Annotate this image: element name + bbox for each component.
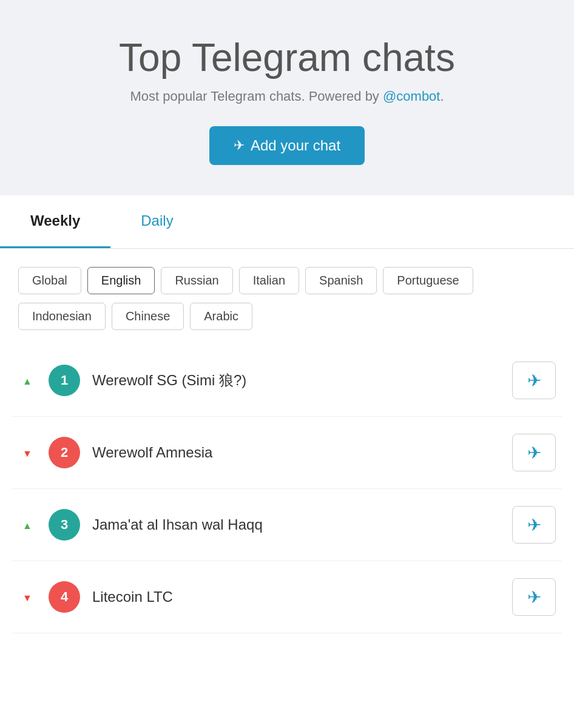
chat-item-4: 4 Litecoin LTC ✈ xyxy=(12,561,562,633)
telegram-plane-icon-4: ✈ xyxy=(527,587,541,607)
filter-chinese[interactable]: Chinese xyxy=(112,303,184,330)
subtitle-text-after: . xyxy=(440,89,444,104)
plane-icon: ✈ xyxy=(234,138,245,153)
rank-badge-1: 1 xyxy=(49,365,80,396)
filter-indonesian[interactable]: Indonesian xyxy=(18,303,106,330)
filter-portuguese[interactable]: Portuguese xyxy=(383,267,473,294)
chat-item-2: 2 Werewolf Amnesia ✈ xyxy=(12,417,562,489)
chat-name-1: Werewolf SG (Simi 狼?) xyxy=(92,371,500,390)
filters-section: Global English Russian Italian Spanish P… xyxy=(0,249,574,345)
chat-list: 1 Werewolf SG (Simi 狼?) ✈ 2 Werewolf Amn… xyxy=(0,345,574,633)
tab-daily[interactable]: Daily xyxy=(110,195,203,248)
combot-link[interactable]: @combot xyxy=(383,89,440,104)
rank-badge-3: 3 xyxy=(49,509,80,541)
tabs-section: Weekly Daily xyxy=(0,195,574,249)
trend-up-icon xyxy=(18,374,36,388)
filter-global[interactable]: Global xyxy=(18,267,81,294)
filter-russian[interactable]: Russian xyxy=(161,267,232,294)
telegram-link-2[interactable]: ✈ xyxy=(512,434,556,471)
filter-arabic[interactable]: Arabic xyxy=(190,303,252,330)
header-subtitle: Most popular Telegram chats. Powered by … xyxy=(24,89,550,104)
trend-down-icon xyxy=(18,446,36,460)
filter-row-1: Global English Russian Italian Spanish P… xyxy=(18,267,556,294)
chat-name-2: Werewolf Amnesia xyxy=(92,444,500,461)
filter-italian[interactable]: Italian xyxy=(239,267,299,294)
telegram-link-4[interactable]: ✈ xyxy=(512,578,556,616)
telegram-link-3[interactable]: ✈ xyxy=(512,506,556,544)
filter-english[interactable]: English xyxy=(87,267,155,294)
subtitle-text-before: Most popular Telegram chats. Powered by xyxy=(130,89,383,104)
page-title: Top Telegram chats xyxy=(24,36,550,79)
telegram-plane-icon-3: ✈ xyxy=(527,515,541,535)
rank-badge-2: 2 xyxy=(49,437,80,468)
rank-badge-4: 4 xyxy=(49,581,80,613)
chat-name-3: Jama'at al Ihsan wal Haqq xyxy=(92,516,500,533)
telegram-plane-icon-2: ✈ xyxy=(527,443,541,463)
telegram-plane-icon-1: ✈ xyxy=(527,371,541,391)
filter-spanish[interactable]: Spanish xyxy=(305,267,377,294)
add-chat-button[interactable]: ✈ Add your chat xyxy=(209,126,365,165)
telegram-link-1[interactable]: ✈ xyxy=(512,362,556,399)
chat-item-3: 3 Jama'at al Ihsan wal Haqq ✈ xyxy=(12,489,562,561)
chat-name-4: Litecoin LTC xyxy=(92,588,500,605)
tab-weekly[interactable]: Weekly xyxy=(0,195,110,248)
trend-up-icon-3 xyxy=(18,518,36,532)
header-section: Top Telegram chats Most popular Telegram… xyxy=(0,0,574,195)
filter-row-2: Indonesian Chinese Arabic xyxy=(18,303,556,330)
trend-down-icon-4 xyxy=(18,590,36,604)
add-chat-label: Add your chat xyxy=(251,137,340,154)
chat-item-1: 1 Werewolf SG (Simi 狼?) ✈ xyxy=(12,345,562,417)
